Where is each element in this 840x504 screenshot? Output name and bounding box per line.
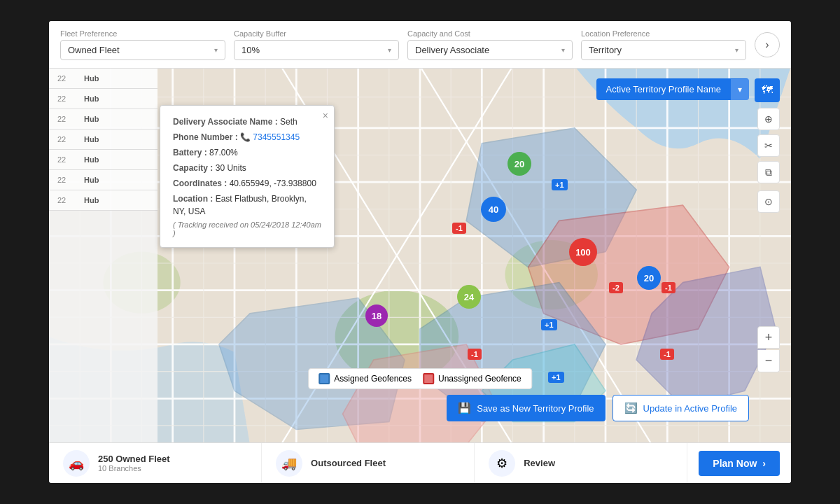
badge-red-2: -2 — [609, 282, 623, 293]
capacity-value: 30 Units — [216, 163, 246, 173]
capacity-cost-label: Capacity and Cost — [407, 29, 573, 38]
outsourced-icon-circle: 🚚 — [276, 450, 302, 477]
capacity-cost-field: Capacity and Cost Delivery Associate ▾ — [407, 29, 573, 60]
unassigned-color-box — [423, 373, 434, 384]
territory-profile-dropdown[interactable]: Active Territory Profile Name ▾ — [596, 78, 749, 100]
location-preference-select[interactable]: Territory ▾ — [581, 40, 746, 60]
assigned-legend: Assigned Geofences — [318, 373, 412, 384]
outsourced-title: Outsourced Fleet — [311, 458, 386, 468]
save-button-label: Save as New Territory Profile — [477, 403, 594, 414]
capacity-label: Capacity : — [173, 163, 213, 173]
phone-value[interactable]: 7345551345 — [253, 132, 300, 142]
review-section[interactable]: ⚙ Review — [475, 443, 687, 483]
review-text: Review — [524, 458, 555, 468]
list-item[interactable]: 22 Hub — [49, 109, 158, 130]
map-area[interactable]: 22 Hub 22 Hub 22 Hub 22 Hub 22 Hub 22 Hu… — [49, 69, 791, 442]
name-value: Seth — [280, 117, 298, 127]
cursor-tool[interactable]: ⊕ — [757, 108, 780, 130]
update-button-label: Update in Active Profile — [643, 403, 737, 414]
plan-now-label: Plan Now — [713, 458, 757, 469]
fleet-icon-circle: 🚗 — [63, 450, 90, 477]
unassigned-label: Unassigned Geofence — [438, 374, 522, 384]
copy-tool[interactable]: ⧉ — [757, 161, 780, 183]
list-item[interactable]: 22 Hub — [49, 170, 158, 190]
geo-circle-40-blue[interactable]: 40 — [481, 197, 506, 222]
coordinates-value: 40.655949, -73.938800 — [230, 178, 316, 188]
main-container: Fleet Preference Owned Fleet ▾ Capacity … — [49, 21, 791, 483]
fleet-preference-field: Fleet Preference Owned Fleet ▾ — [60, 29, 225, 60]
tracking-note: ( Tracking received on 05/24/2018 12:40a… — [173, 220, 321, 237]
top-bar: Fleet Preference Owned Fleet ▾ Capacity … — [49, 21, 791, 69]
territory-map-icon[interactable]: 🗺 — [755, 78, 780, 102]
close-icon[interactable]: × — [323, 110, 328, 121]
chevron-down-icon: ▾ — [561, 46, 565, 54]
zoom-out-button[interactable]: − — [757, 350, 780, 372]
fleet-text: 250 Owned Fleet 10 Branches — [98, 454, 170, 472]
review-icon-circle: ⚙ — [489, 450, 515, 477]
outsourced-text: Outsourced Fleet — [311, 458, 386, 468]
car-icon: 🚗 — [69, 456, 84, 471]
truck-icon: 🚚 — [281, 456, 297, 471]
badge-blue-4: +1 — [548, 372, 564, 383]
assigned-color-box — [318, 373, 330, 384]
capacity-cost-select[interactable]: Delivery Associate ▾ — [407, 40, 573, 60]
fleet-preference-select[interactable]: Owned Fleet ▾ — [60, 40, 225, 60]
target-tool[interactable]: ⊙ — [757, 190, 780, 213]
plan-now-arrow: › — [762, 458, 766, 469]
fleet-preference-label: Fleet Preference — [60, 29, 225, 38]
assigned-label: Assigned Geofences — [334, 374, 412, 384]
save-icon: 💾 — [458, 402, 471, 414]
save-territory-button[interactable]: 💾 Save as New Territory Profile — [447, 395, 605, 421]
phone-label: Phone Number : — [173, 132, 238, 142]
scissors-tool[interactable]: ✂ — [757, 134, 780, 157]
update-icon: 🔄 — [624, 402, 638, 414]
left-list: 22 Hub 22 Hub 22 Hub 22 Hub 22 Hub 22 Hu… — [49, 69, 158, 442]
coordinates-label: Coordinates : — [173, 178, 227, 188]
unassigned-legend: Unassigned Geofence — [423, 373, 522, 384]
chevron-down-icon: ▾ — [388, 46, 391, 54]
list-item[interactable]: 22 Hub — [49, 190, 158, 211]
bottom-nav: 🚗 250 Owned Fleet 10 Branches 🚚 Outsourc… — [49, 442, 791, 483]
fleet-title: 250 Owned Fleet — [98, 454, 170, 464]
chevron-down-icon: ▾ — [731, 79, 749, 100]
badge-blue-2: +1 — [541, 319, 557, 330]
owned-fleet-section[interactable]: 🚗 250 Owned Fleet 10 Branches — [49, 443, 262, 483]
territory-profile-label: Active Territory Profile Name — [596, 78, 731, 100]
geo-circle-20-green[interactable]: 20 — [507, 152, 531, 176]
plan-now-section: Plan Now › — [687, 443, 791, 483]
update-profile-button[interactable]: 🔄 Update in Active Profile — [612, 395, 749, 421]
fleet-subtitle: 10 Branches — [98, 464, 170, 472]
location-label: Location : — [173, 194, 213, 204]
geo-circle-20-blue[interactable]: 20 — [637, 266, 661, 290]
list-item[interactable]: 22 Hub — [49, 69, 158, 89]
zoom-in-button[interactable]: + — [757, 326, 780, 349]
badge-red-4: -1 — [468, 349, 482, 360]
badge-red-3: -1 — [662, 282, 676, 293]
badge-red-1: -1 — [452, 223, 466, 234]
outsourced-fleet-section[interactable]: 🚚 Outsourced Fleet — [262, 443, 475, 483]
gear-icon: ⚙ — [496, 456, 507, 471]
map-legend: Assigned Geofences Unassigned Geofence — [308, 368, 532, 389]
location-preference-label: Location Preference — [581, 29, 746, 38]
delivery-associate-popup: × Delivery Associate Name : Seth Phone N… — [160, 105, 335, 248]
list-item[interactable]: 22 Hub — [49, 130, 158, 150]
badge-red-5: -1 — [660, 349, 674, 360]
geo-circle-24-green[interactable]: 24 — [457, 285, 481, 309]
name-label: Delivery Associate Name : — [173, 117, 278, 127]
geo-circle-100-red[interactable]: 100 — [569, 238, 597, 266]
location-preference-field: Location Preference Territory ▾ — [581, 29, 746, 60]
battery-value: 87.00% — [209, 148, 238, 158]
list-item[interactable]: 22 Hub — [49, 89, 158, 109]
battery-label: Battery : — [173, 148, 207, 158]
list-item[interactable]: 22 Hub — [49, 150, 158, 170]
geo-circle-18-purple[interactable]: 18 — [365, 304, 388, 327]
next-button[interactable]: › — [755, 32, 780, 57]
review-title: Review — [524, 458, 555, 468]
capacity-buffer-label: Capacity Buffer — [234, 29, 399, 38]
capacity-buffer-select[interactable]: 10% ▾ — [234, 40, 399, 60]
map-tools: ⊕ ✂ ⧉ ⊙ — [757, 108, 780, 213]
badge-blue-1: +1 — [552, 179, 568, 190]
plan-now-button[interactable]: Plan Now › — [699, 451, 780, 476]
map-actions: 💾 Save as New Territory Profile 🔄 Update… — [447, 395, 749, 421]
chevron-down-icon: ▾ — [214, 46, 218, 54]
